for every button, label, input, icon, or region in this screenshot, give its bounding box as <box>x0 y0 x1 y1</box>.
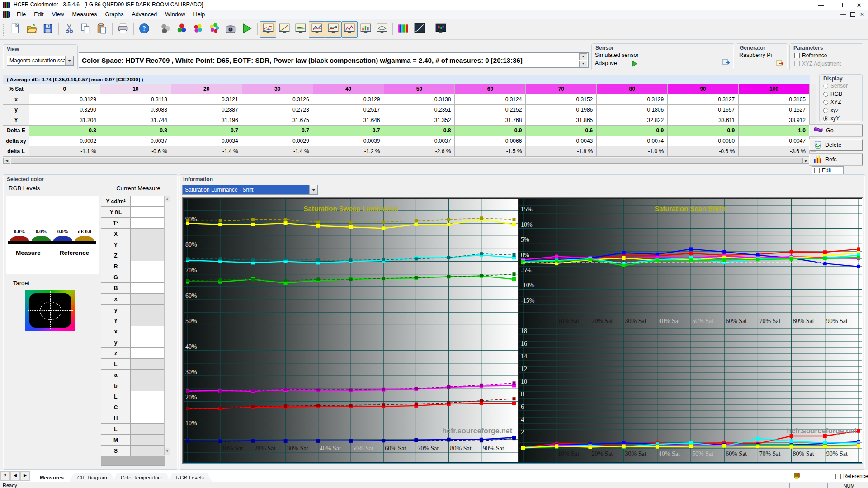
rgb-measure-button[interactable] <box>174 21 190 38</box>
table-cell[interactable]: 0.3121 <box>171 94 242 104</box>
view-dropdown[interactable]: Magenta saturation scale <box>7 56 74 66</box>
display-option-xyy[interactable]: xyY <box>823 114 862 122</box>
table-cell[interactable]: 0.2723 <box>242 105 313 115</box>
measure-table-scrollbar[interactable]: ▲ ▼ <box>164 196 170 455</box>
table-cell[interactable]: 0.3129 <box>313 94 384 104</box>
table-cell[interactable]: 31.865 <box>526 115 597 125</box>
table-cell[interactable]: 33.912 <box>739 115 810 125</box>
measures-grid[interactable]: % Sat0102030405060708090100x0.31290.3113… <box>3 84 810 157</box>
table-cell[interactable]: 0.7 <box>242 126 313 136</box>
refs-button[interactable]: Refs <box>809 154 863 165</box>
table-cell[interactable]: 0.3113 <box>100 94 171 104</box>
table-cell[interactable]: 0.1986 <box>526 105 597 115</box>
chevron-down-icon[interactable] <box>309 185 317 194</box>
table-cell[interactable]: 0.2351 <box>384 105 455 115</box>
table-cell[interactable]: 0.2887 <box>171 105 242 115</box>
display-option-rgb[interactable]: RGB <box>823 90 862 98</box>
graph-view-2-button[interactable] <box>276 21 292 38</box>
table-cell[interactable]: 0.0002 <box>29 136 100 146</box>
table-cell[interactable]: 0.3127 <box>668 94 739 104</box>
table-cell[interactable]: -1.2 % <box>313 146 384 156</box>
table-cell[interactable]: 0.0074 <box>597 136 668 146</box>
table-cell[interactable]: 0.0037 <box>100 136 171 146</box>
tab-rgb-levels[interactable]: RGB Levels <box>168 473 212 482</box>
save-file-button[interactable] <box>40 21 56 38</box>
table-cell[interactable]: 0.8 <box>100 126 171 136</box>
table-cell[interactable]: -2.6 % <box>384 146 455 156</box>
table-cell[interactable]: 31.196 <box>171 115 242 125</box>
measure-series-button[interactable] <box>206 21 222 38</box>
display-option-xyz[interactable]: XYZ <box>823 98 862 106</box>
table-cell[interactable]: 0.9 <box>668 126 739 136</box>
table-cell[interactable]: 0.0047 <box>739 136 810 146</box>
mdi-restore-button[interactable] <box>850 12 855 17</box>
generator-config-icon[interactable] <box>776 59 784 67</box>
graph-view-8-button[interactable] <box>374 21 390 38</box>
table-cell[interactable]: 31.204 <box>29 115 100 125</box>
table-cell[interactable]: -3.6 % <box>739 146 810 156</box>
table-cell[interactable]: -1.0 % <box>597 146 668 156</box>
graph-view-6-button[interactable] <box>341 21 358 38</box>
measure-row-value[interactable] <box>131 359 165 369</box>
table-cell[interactable]: 0.0037 <box>384 136 455 146</box>
table-cell[interactable]: 0.3138 <box>384 94 455 104</box>
measure-row-value[interactable] <box>131 413 165 423</box>
mdi-minimize-button[interactable]: — <box>840 11 846 18</box>
table-cell[interactable]: 0.7 <box>313 126 384 136</box>
table-cell[interactable]: 31.675 <box>242 115 313 125</box>
table-cell[interactable]: 0.3165 <box>739 94 810 104</box>
scroll-left-icon[interactable]: ◀ <box>3 158 10 164</box>
sensor-config-icon[interactable] <box>722 58 730 66</box>
go-button[interactable]: Go <box>809 125 863 136</box>
edit-checkbox[interactable]: Edit <box>812 166 844 174</box>
scrollbar-thumb[interactable] <box>11 158 802 164</box>
menu-graphs[interactable]: Graphs <box>101 10 128 19</box>
table-cell[interactable]: 0.1657 <box>668 105 739 115</box>
checkbox-icon[interactable] <box>814 168 820 173</box>
measure-row-value[interactable] <box>131 305 165 315</box>
measure-spinner[interactable]: ▲▼ <box>579 53 587 67</box>
add-measure-button[interactable] <box>190 21 206 38</box>
measure-row-value[interactable] <box>131 315 165 326</box>
color-bars-view-button[interactable] <box>395 21 411 38</box>
table-cell[interactable]: 0.2517 <box>313 105 384 115</box>
tab-scroll-left-button[interactable]: ◀ <box>11 472 19 480</box>
paste-button[interactable] <box>94 21 110 38</box>
table-horizontal-scrollbar[interactable]: ◀ ▶ <box>3 157 810 164</box>
measure-row-value[interactable] <box>131 239 165 250</box>
table-cell[interactable]: 0.3290 <box>29 105 100 115</box>
measure-row-value[interactable] <box>131 229 165 239</box>
graph-view-3-button[interactable] <box>292 21 309 38</box>
measure-row-value[interactable] <box>131 272 165 282</box>
table-cell[interactable]: 0.3152 <box>526 94 597 104</box>
table-cell[interactable]: 31.768 <box>455 115 526 125</box>
minimize-button[interactable]: — <box>812 0 830 10</box>
graph-view-7-button[interactable] <box>358 21 374 38</box>
table-cell[interactable]: 0.3124 <box>455 94 526 104</box>
measure-row-value[interactable] <box>131 402 165 413</box>
measure-row-value[interactable] <box>131 261 165 272</box>
table-cell[interactable]: -1.4 % <box>242 146 313 156</box>
tab-cie-diagram[interactable]: CIE Diagram <box>69 473 115 482</box>
table-cell[interactable]: 0.3129 <box>29 94 100 104</box>
measure-row-value[interactable] <box>131 424 165 434</box>
display-lut-view-button[interactable] <box>433 21 449 38</box>
maximize-button[interactable] <box>831 0 849 10</box>
cut-button[interactable] <box>61 21 77 38</box>
measure-row-value[interactable] <box>131 196 165 206</box>
run-measures-button[interactable] <box>239 21 255 38</box>
table-cell[interactable]: 31.646 <box>313 115 384 125</box>
table-cell[interactable]: 32.822 <box>597 115 668 125</box>
scroll-up-icon[interactable]: ▲ <box>165 196 170 202</box>
measure-row-value[interactable] <box>131 207 165 217</box>
table-cell[interactable]: 0.1806 <box>597 105 668 115</box>
menu-file[interactable]: File <box>13 10 30 19</box>
close-tab-button[interactable]: ✕ <box>1 472 9 480</box>
table-cell[interactable]: 0.0039 <box>313 136 384 146</box>
checkbox-icon[interactable] <box>835 474 841 479</box>
measure-row-value[interactable] <box>131 348 165 358</box>
table-cell[interactable]: 31.352 <box>384 115 455 125</box>
information-dropdown[interactable]: Saturation Luminance - Shift <box>182 185 318 195</box>
measure-row-value[interactable] <box>131 283 165 293</box>
sensor-play-icon[interactable] <box>632 61 638 67</box>
